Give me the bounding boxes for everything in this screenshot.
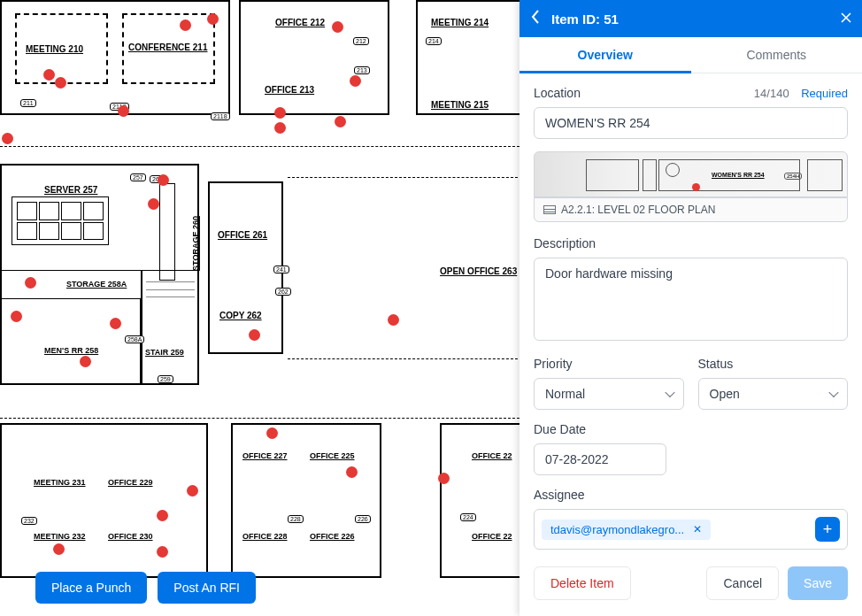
location-required: Required [801,87,848,100]
punch-marker[interactable] [118,105,129,117]
punch-marker[interactable] [388,314,399,326]
item-detail-panel: Item ID: 51 Overview Comments Location 1… [520,0,862,616]
room-label: MEETING 215 [431,100,489,110]
room-label: OFFICE 261 [218,230,267,240]
room-label: STORAGE 260 [191,216,200,271]
status-label: Status [698,357,849,371]
punch-marker[interactable] [350,75,361,87]
location-label: Location [534,86,581,100]
room-label: OFFICE 229 [108,478,153,487]
floorplan-preview[interactable]: WOMEN'S RR 254 254H [534,151,848,197]
due-date-input[interactable] [534,443,666,475]
room-label: OFFICE 225 [310,451,355,460]
room-label: OFFICE 22 [472,532,512,541]
room-label: MEETING 232 [34,532,86,541]
room-label: MEN'S RR 258 [44,346,98,355]
due-date-label: Due Date [534,422,848,436]
punch-marker[interactable] [274,122,286,134]
room-label: MEETING 214 [431,18,489,27]
room-label: COPY 262 [219,311,262,320]
punch-marker[interactable] [2,133,13,144]
assignee-remove-icon[interactable]: ✕ [693,523,702,535]
punch-marker[interactable] [80,356,91,367]
assignee-chip: tdavis@raymondlakegro... ✕ [542,520,711,540]
punch-marker[interactable] [335,116,346,127]
punch-marker[interactable] [11,311,22,322]
punch-marker[interactable] [207,13,219,25]
post-rfi-button[interactable]: Post An RFI [158,572,256,604]
tab-comments[interactable]: Comments [691,37,863,73]
punch-marker[interactable] [438,473,450,484]
punch-marker[interactable] [249,329,260,341]
punch-marker[interactable] [187,485,198,497]
room-label: OFFICE 230 [108,532,153,541]
room-label: OPEN OFFICE 263 [440,266,517,276]
room-label: SERVER 257 [44,185,97,195]
room-label: MEETING 210 [26,44,83,54]
room-label: OFFICE 228 [242,532,288,541]
punch-marker[interactable] [158,174,169,186]
punch-marker[interactable] [53,543,65,555]
punch-marker[interactable] [148,198,159,210]
panel-title: Item ID: 51 [551,12,830,27]
status-select[interactable]: Open [698,378,849,410]
punch-marker[interactable] [110,318,121,329]
punch-marker[interactable] [332,21,343,33]
blueprint-icon [543,205,556,214]
punch-marker[interactable] [55,77,66,89]
room-label: CONFERENCE 211 [128,42,207,52]
priority-label: Priority [534,357,684,371]
room-label: STORAGE 258A [66,280,127,289]
punch-marker[interactable] [274,107,286,119]
room-label: OFFICE 22 [472,451,512,460]
priority-select[interactable]: Normal [534,378,684,410]
room-label: OFFICE 213 [265,85,314,95]
punch-marker[interactable] [43,69,55,81]
tab-overview[interactable]: Overview [520,37,691,73]
map-caption: A2.2.1: LEVEL 02 FLOOR PLAN [561,204,715,216]
back-button[interactable] [520,10,551,27]
room-label: MEETING 231 [34,478,86,487]
location-counter: 14/140 [754,87,789,100]
punch-marker[interactable] [25,277,36,289]
punch-marker[interactable] [157,510,168,521]
punch-marker[interactable] [346,466,358,478]
location-input[interactable] [534,107,848,139]
punch-marker[interactable] [180,19,191,31]
description-label: Description [534,236,848,250]
save-button[interactable]: Save [788,566,848,600]
place-punch-button[interactable]: Place a Punch [35,572,147,604]
close-button[interactable] [830,12,862,26]
room-label: OFFICE 227 [242,451,288,460]
punch-marker[interactable] [266,427,278,439]
cancel-button[interactable]: Cancel [706,566,779,600]
assignee-label: Assignee [534,488,848,502]
description-input[interactable] [534,258,848,341]
room-label: OFFICE 226 [310,532,355,541]
delete-item-button[interactable]: Delete Item [534,566,631,600]
room-label: OFFICE 212 [275,18,325,27]
room-label: STAIR 259 [145,348,184,357]
punch-marker[interactable] [157,546,168,558]
assignee-box[interactable]: tdavis@raymondlakegro... ✕ + [534,509,848,550]
assignee-add-button[interactable]: + [815,517,840,542]
